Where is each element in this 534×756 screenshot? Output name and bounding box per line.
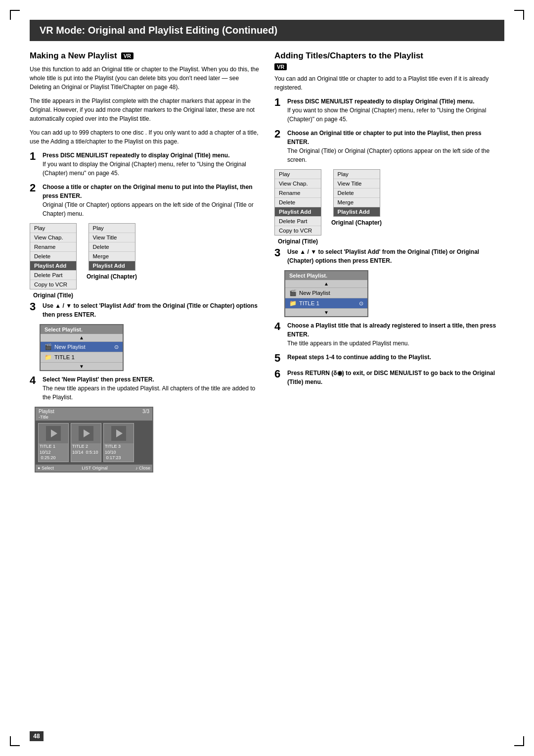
thumbnail-info-3: TITLE 310/10 0:17:23: [104, 443, 134, 462]
title1-icon-left: 📁: [44, 354, 52, 361]
title1-label-left: TITLE 1: [54, 354, 75, 360]
right-step-1: 1 Press DISC MENU/LIST repeatedly to dis…: [274, 97, 504, 124]
playlist-header-right: 3/3: [142, 409, 149, 420]
left-menu-box-row: Play View Chap. Rename Delete Playlist A…: [30, 223, 260, 299]
left-playlist-select-box: Select Playlist. ▲ 🎬 New Playlist ⊙ 📁 TI…: [40, 324, 124, 371]
corner-mark-br: [514, 736, 524, 746]
right-step-content-4: Choose a Playlist title that is already …: [287, 321, 504, 348]
page-number-text: 48: [33, 733, 40, 740]
left-menu-box-title: Play View Chap. Rename Delete Playlist A…: [30, 223, 77, 289]
right-step-number-2: 2: [274, 129, 283, 164]
right-section-title: Adding Titles/Chapters to the Playlist: [274, 51, 504, 61]
right-step-4: 4 Choose a Playlist title that is alread…: [274, 321, 504, 348]
left-para3: You can add up to 999 chapters to one di…: [30, 128, 260, 146]
right-menu-item-rename: Rename: [275, 189, 321, 198]
playlist-thumbnails: TITLE 110/12 0:25:20 TITLE 210/14 0:5:10: [36, 421, 152, 465]
right-menu-item-playlistadd: Playlist Add: [275, 207, 321, 217]
left-playlist-select-title: Select Playlist.: [41, 325, 123, 334]
right-menu-item-viewchap: View Chap.: [275, 179, 321, 189]
menu-item-deletepart-l1: Delete Part: [30, 271, 76, 280]
title1-icon-right: 📁: [289, 300, 297, 307]
right-menu-original-chapter: Play View Title Delete Merge Playlist Ad…: [331, 169, 382, 245]
thumbnail-img-1: [39, 424, 68, 443]
right-playlist-item-title1[interactable]: 📁 TITLE 1 ⊙: [285, 298, 367, 309]
right-step-number-1: 1: [274, 97, 283, 124]
right-step-content-1: Press DISC MENU/LIST repeatedly to displ…: [287, 97, 504, 124]
new-playlist-icon-left: 🎬: [44, 343, 52, 350]
left-step-2: 2 Choose a title or chapter on the Origi…: [30, 183, 260, 218]
corner-mark-tl: [10, 10, 20, 20]
left-menu-title-label: Original (Title): [33, 292, 73, 299]
left-title-text: Making a New Playlist: [30, 51, 117, 61]
title1-label-right: TITLE 1: [299, 300, 319, 306]
vr-badge-right: VR: [274, 63, 287, 70]
left-playlist-item-new[interactable]: 🎬 New Playlist ⊙: [41, 342, 123, 352]
new-playlist-label-right: New Playlist: [299, 290, 330, 296]
step-content-1: Press DISC MENU/LIST repeatedly to displ…: [43, 151, 260, 178]
step-1-note: If you want to display the Original (Cha…: [43, 161, 246, 177]
right-step-4-note: The title appears in the updated Playlis…: [287, 340, 409, 347]
footer-close: ♪ Close: [135, 466, 150, 471]
right-menu-title-label: Original (Title): [278, 238, 318, 245]
right-menu-item-play-c: Play: [334, 170, 380, 179]
menu-item-delete-lc1: Delete: [89, 242, 135, 252]
right-step-2-note: The Original (Title) or Original (Chapte…: [287, 147, 490, 163]
thumbnail-img-3: [104, 424, 134, 443]
left-column: Making a New Playlist VR Use this functi…: [30, 51, 260, 476]
right-menu-item-deletepart: Delete Part: [275, 217, 321, 226]
playlist-screen-footer: ● Select LIST Original ♪ Close: [36, 465, 152, 472]
page-number-badge: 48: [30, 731, 44, 741]
step-number-3: 3: [30, 301, 39, 319]
menu-item-copytvcr-l1: Copy to VCR: [30, 280, 76, 289]
menu-item-playlistadd-lc1: Playlist Add: [89, 261, 135, 270]
right-step-content-2: Choose an Original title or chapter to p…: [287, 129, 504, 164]
right-step-6: 6 Press RETURN (δ◉) to exit, or DISC MEN…: [274, 369, 504, 386]
circle-icon-right: ⊙: [359, 300, 363, 307]
right-step-5: 5 Repeat steps 1-4 to continue adding to…: [274, 353, 504, 364]
right-step-number-3: 3: [274, 247, 283, 265]
step-number-2: 2: [30, 183, 39, 218]
step-4-note: The new title appears in the updated Pla…: [43, 385, 255, 401]
playlist-screen-header: Playlist-Title 3/3: [36, 408, 152, 421]
right-playlist-item-new[interactable]: 🎬 New Playlist: [285, 288, 367, 298]
page-container: VR Mode: Original and Playlist Editing (…: [0, 0, 534, 756]
footer-select: ● Select: [38, 466, 54, 471]
left-para2: The title appears in the Playlist comple…: [30, 96, 260, 123]
right-playlist-select-box: Select Playlist. ▲ 🎬 New Playlist 📁 TITL…: [284, 270, 368, 317]
left-playlist-select-up: ▲: [41, 334, 123, 342]
step-2-bold: Choose a title or chapter on the Origina…: [43, 184, 253, 199]
right-step-content-6: Press RETURN (δ◉) to exit, or DISC MENU/…: [287, 369, 504, 386]
right-step-content-3: Use ▲ / ▼ to select 'Playlist Add' from …: [287, 247, 504, 265]
right-menu-original-title: Play View Chap. Rename Delete Playlist A…: [274, 169, 321, 245]
left-step-4: 4 Select 'New Playlist' then press ENTER…: [30, 375, 260, 402]
menu-item-play-lc1: Play: [89, 224, 135, 233]
two-column-layout: Making a New Playlist VR Use this functi…: [30, 51, 504, 476]
left-menu-original-chapter: Play View Title Delete Merge Playlist Ad…: [87, 223, 137, 299]
page-title-text: VR Mode: Original and Playlist Editing (…: [40, 25, 277, 36]
right-menu-item-delete: Delete: [275, 198, 321, 207]
thumbnail-1: TITLE 110/12 0:25:20: [38, 423, 69, 462]
circle-icon-left: ⊙: [114, 344, 119, 350]
step-3-bold: Use ▲ / ▼ to select 'Playlist Add' from …: [43, 302, 258, 318]
thumbnail-info-2: TITLE 210/14 0:5:10: [71, 443, 101, 456]
left-playlist-screen: Playlist-Title 3/3 TITLE 110/12 0:25:20: [35, 407, 153, 472]
right-step-number-4: 4: [274, 321, 283, 348]
new-playlist-label-left: New Playlist: [54, 344, 86, 350]
thumbnail-3: TITLE 310/10 0:17:23: [103, 423, 134, 462]
step-number-1: 1: [30, 151, 39, 178]
left-playlist-item-title1[interactable]: 📁 TITLE 1: [41, 352, 123, 363]
thumbnail-img-2: [71, 424, 101, 443]
right-column: Adding Titles/Chapters to the Playlist V…: [274, 51, 504, 476]
right-step-3: 3 Use ▲ / ▼ to select 'Playlist Add' fro…: [274, 247, 504, 265]
right-step-number-6: 6: [274, 369, 283, 386]
left-menu-box-chapter: Play View Title Delete Merge Playlist Ad…: [89, 223, 135, 271]
right-intro: You can add an Original title or chapter…: [274, 74, 504, 92]
menu-item-play-l1: Play: [30, 224, 76, 233]
page-title: VR Mode: Original and Playlist Editing (…: [30, 20, 504, 41]
menu-item-playlistadd-l1: Playlist Add: [30, 261, 76, 271]
left-playlist-select-down: ▼: [41, 363, 123, 370]
left-menu-chapter-label: Original (Chapter): [87, 273, 137, 280]
right-menu-item-delete-c: Delete: [334, 189, 380, 198]
right-step-2-bold: Choose an Original title or chapter to p…: [287, 130, 482, 145]
step-number-4: 4: [30, 375, 39, 402]
